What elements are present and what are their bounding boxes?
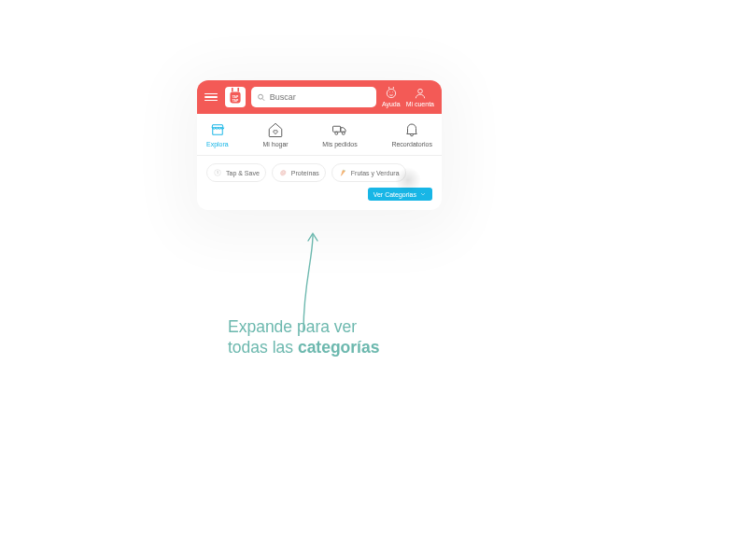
- tab-recordatorios[interactable]: Recordatorios: [391, 121, 432, 147]
- caption-line2b: categorías: [298, 338, 380, 357]
- tab-label: Recordatorios: [391, 141, 432, 147]
- svg-point-5: [387, 89, 395, 97]
- tab-explora[interactable]: Explora: [206, 121, 229, 147]
- tab-mis-pedidos[interactable]: Mis pedidos: [322, 121, 357, 147]
- search-box[interactable]: [251, 87, 376, 107]
- chip-frutas-verdura[interactable]: Frutas y Verdura: [331, 163, 406, 182]
- help-label: Ayuda: [382, 101, 401, 107]
- ver-categorias-button[interactable]: Ver Categorias: [368, 188, 432, 201]
- cta-row: Ver Categorias: [197, 186, 442, 210]
- svg-point-6: [389, 91, 390, 92]
- app-card: TAP TAP Ayuda Mi cuenta: [197, 80, 442, 210]
- search-icon: [257, 92, 266, 103]
- tab-label: Explora: [206, 141, 229, 147]
- svg-text:TAP: TAP: [233, 99, 239, 103]
- bell-icon: [403, 121, 420, 138]
- category-chips: $ Tap & Save Proteínas Frutas y Verdura: [197, 156, 442, 186]
- store-icon: [209, 121, 226, 138]
- account-link[interactable]: Mi cuenta: [406, 87, 434, 107]
- chip-label: Proteínas: [291, 170, 319, 176]
- svg-point-11: [342, 132, 345, 134]
- svg-point-10: [335, 132, 338, 134]
- chip-label: Tap & Save: [226, 170, 260, 176]
- user-icon: [414, 87, 427, 100]
- chip-label: Frutas y Verdura: [351, 170, 400, 176]
- chip-tap-save[interactable]: $ Tap & Save: [206, 163, 266, 182]
- cta-label: Ver Categorias: [374, 191, 416, 198]
- chip-proteinas[interactable]: Proteínas: [272, 163, 326, 182]
- svg-point-14: [283, 171, 285, 173]
- truck-icon: [331, 121, 348, 138]
- help-link[interactable]: Ayuda: [382, 87, 401, 107]
- carrot-icon: [338, 168, 347, 177]
- tab-label: Mis pedidos: [322, 141, 357, 147]
- svg-point-3: [259, 94, 263, 99]
- topbar: TAP TAP Ayuda Mi cuenta: [197, 80, 442, 114]
- nav-tabs: Explora Mi hogar Mis pedidos Recordatori…: [197, 114, 442, 155]
- account-label: Mi cuenta: [406, 101, 434, 107]
- menu-icon[interactable]: [204, 90, 219, 105]
- caption: Expande para ver todas las categorías: [228, 317, 379, 358]
- logo[interactable]: TAP TAP: [225, 87, 246, 107]
- svg-text:$: $: [217, 171, 219, 175]
- coin-icon: $: [213, 168, 222, 177]
- tab-mi-hogar[interactable]: Mi hogar: [262, 121, 288, 147]
- svg-point-8: [417, 89, 422, 93]
- tab-label: Mi hogar: [262, 141, 288, 147]
- svg-rect-9: [333, 126, 341, 132]
- home-icon: [267, 121, 284, 138]
- search-input[interactable]: [270, 92, 371, 102]
- svg-point-7: [392, 91, 393, 92]
- chevron-down-icon: [419, 190, 427, 198]
- svg-line-4: [262, 98, 264, 100]
- meat-icon: [278, 168, 288, 177]
- help-icon: [385, 87, 398, 100]
- caption-line2a: todas las: [228, 338, 298, 357]
- caption-line1: Expande para ver: [228, 317, 357, 336]
